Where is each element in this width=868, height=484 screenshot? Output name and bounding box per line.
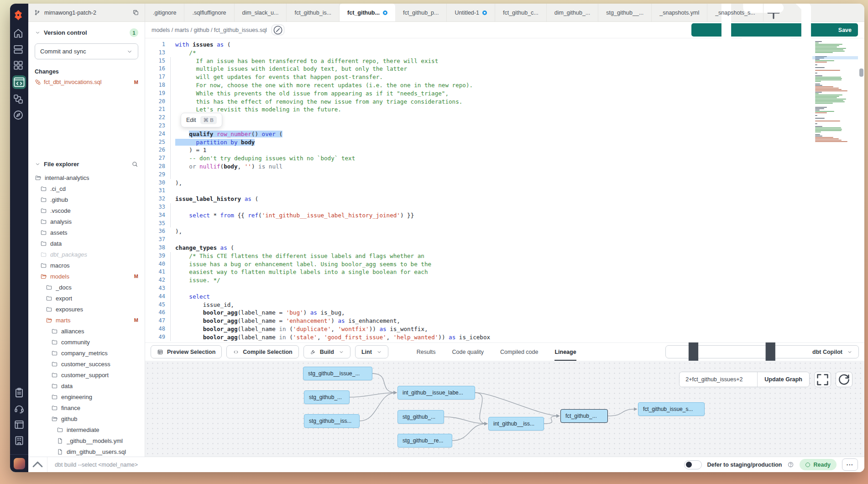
file-explorer-header[interactable]: File explorer [35,161,138,168]
file-tab[interactable]: dim_github_... [547,4,599,21]
file-tab[interactable]: Untitled-1 [447,4,495,21]
home-icon[interactable] [12,27,24,39]
panel-tab-compiled-code[interactable]: Compiled code [500,343,538,361]
code-line: 17 will get updates for events that happ… [145,73,864,81]
dbt-logo-icon[interactable] [12,9,24,21]
help-icon[interactable] [787,461,794,468]
scrollbar-thumb[interactable] [859,68,863,77]
file-tab[interactable]: fct_github_is... [287,4,340,21]
code-editor-icon[interactable] [12,75,26,89]
panel-tab-code-quality[interactable]: Code quality [452,343,484,361]
file-tab[interactable]: .gitignore [145,4,184,21]
grid-icon[interactable] [12,59,24,71]
inbox-icon[interactable] [12,43,24,55]
code-editor[interactable]: 1with issues as (13 /*15 If an issue has… [145,38,864,342]
file-tab[interactable]: fct_github... [340,4,395,21]
branch-compare-icon[interactable] [12,93,24,105]
tree-item-_docs[interactable]: _docs [35,282,138,293]
panel-tab-lineage[interactable]: Lineage [554,343,576,361]
update-graph-button[interactable]: Update Graph [757,372,809,387]
code-line: 25 partition by body [145,138,864,147]
command-bar-expand-button[interactable] [28,457,47,472]
user-avatar[interactable] [14,458,25,469]
browser-icon[interactable] [13,419,25,431]
tree-item-label: _docs [56,284,72,291]
tree-item-dim_github__users.sql[interactable]: dim_github__users.sql [35,446,138,457]
minimap[interactable] [815,41,857,142]
breadcrumb[interactable]: models / marts / github / fct_github_iss… [152,27,267,33]
tree-item-internal-analytics[interactable]: internal-analytics [35,172,138,183]
lineage-node[interactable]: fct_github_... [560,409,608,423]
editor-scrollbar[interactable] [859,39,863,342]
tree-item-marts[interactable]: martsM [35,315,138,326]
lineage-node[interactable]: fct_github_issue_s... [638,402,705,416]
lineage-canvas[interactable]: stg_github__issue_...stg_github_...stg_g… [145,361,864,457]
tree-item-dbt_packages[interactable]: dbt_packages [35,249,138,260]
tree-item-models[interactable]: modelsM [35,271,138,282]
branch-tab[interactable]: mirnawong1-patch-2 [28,4,145,21]
file-tab[interactable]: fct_github_c... [495,4,547,21]
lineage-node[interactable]: stg_github_... [397,410,444,424]
tree-item-community[interactable]: community [35,337,138,347]
tree-item-alliances[interactable]: alliances [35,326,138,337]
tree-item-company_metrics[interactable]: company_metrics [35,347,138,358]
lineage-node[interactable]: stg_github__re... [397,434,452,447]
compass-icon[interactable] [12,109,24,121]
tree-item-.ci_cd[interactable]: .ci_cd [35,183,138,194]
tree-item-intermediate[interactable]: intermediate [35,424,138,435]
clipboard-icon[interactable] [13,387,25,399]
tree-item-export[interactable]: export [35,293,138,304]
lineage-node[interactable]: int_github__issue_labe... [397,386,475,400]
tree-item-data[interactable]: data [35,238,138,249]
commit-and-sync-dropdown[interactable]: Commit and sync [35,43,138,59]
lineage-node[interactable]: stg_github__issue_... [303,367,372,380]
build-button[interactable]: Build [303,345,350,358]
tree-item-finance[interactable]: finance [35,402,138,413]
tree-item-assets[interactable]: assets [35,227,138,238]
copy-branch-icon[interactable] [132,9,139,16]
folder-open-icon [35,174,42,181]
line-number: 42 [145,276,165,284]
headset-icon[interactable] [13,403,25,415]
search-icon[interactable] [131,161,138,168]
building-icon[interactable] [13,435,25,447]
code-line: 30), [145,179,864,187]
lint-button[interactable]: Lint [355,345,388,358]
tree-item-customer_success[interactable]: customer_success [35,358,138,369]
tree-item-macros[interactable]: macros [35,260,138,271]
tree-item-.github[interactable]: .github [35,194,138,205]
tree-item-customer_support[interactable]: customer_support [35,369,138,380]
tree-item-_github__models.yml[interactable]: _github__models.yml [35,435,138,446]
tree-item-github[interactable]: github [35,413,138,424]
lineage-node[interactable]: stg_github_... [304,390,350,404]
file-tab[interactable]: _snapshots_s... [707,4,763,21]
file-tab[interactable]: fct_github_p... [395,4,447,21]
edit-tooltip[interactable]: Edit ⌘ B [181,113,222,127]
version-control-header[interactable]: Version control 1 [35,28,138,37]
dbt-command-input[interactable] [47,462,684,468]
compile-selection-button[interactable]: Compile Selection [226,345,298,358]
file-tab[interactable]: dim_slack_u... [235,4,287,21]
defer-toggle[interactable] [684,460,702,469]
file-tab[interactable]: stg_github__... [598,4,652,21]
changed-file-item[interactable]: fct_dbt_invocations.sqlM [35,79,138,85]
tree-item-.vscode[interactable]: .vscode [35,205,138,216]
preview-selection-button[interactable]: Preview Selection [151,345,222,358]
lineage-node[interactable]: stg_github__iss... [304,414,360,428]
lineage-search-input[interactable] [680,372,757,387]
panel-tab-results[interactable]: Results [417,343,436,361]
file-tab[interactable]: .sqlfluffignore [184,4,234,21]
file-tab[interactable]: _snapshots.yml [652,4,707,21]
view-docs-button[interactable] [272,25,284,35]
tree-item-engineering[interactable]: engineering [35,391,138,402]
fullscreen-button[interactable] [814,372,831,387]
code-text: boolor_agg(label_name = 'enhancement') a… [175,317,400,325]
tree-item-analysis[interactable]: analysis [35,216,138,227]
tree-item-data[interactable]: data [35,380,138,391]
tree-item-exposures[interactable]: exposures [35,304,138,315]
more-options-button[interactable]: ... [842,458,858,471]
lineage-node[interactable]: int_github__iss... [488,417,544,431]
dbt-copilot-button[interactable]: dbt Copilot [665,345,859,358]
save-button[interactable]: Save [691,23,858,37]
refresh-graph-button[interactable] [836,372,852,387]
